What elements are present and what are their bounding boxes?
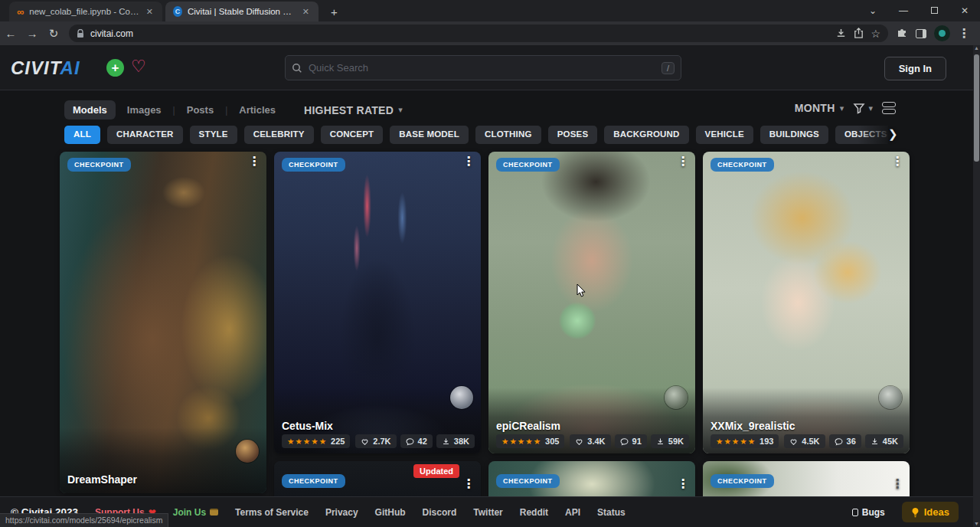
chip-concept[interactable]: CONCEPT <box>321 126 384 144</box>
bugs-button[interactable]: Bugs <box>852 507 885 518</box>
chip-all[interactable]: ALL <box>64 126 100 144</box>
side-panel-icon[interactable] <box>916 29 926 38</box>
browser-toolbar: ← → ↻ civitai.com ☆ ⋮ <box>0 21 980 45</box>
reload-icon[interactable]: ↻ <box>43 27 64 41</box>
create-plus-icon[interactable]: + <box>106 59 124 77</box>
scroll-up-icon[interactable]: ▲ <box>973 45 980 51</box>
card-menu-icon[interactable]: ⋮ <box>462 155 475 168</box>
chip-celebrity[interactable]: CELEBRITY <box>244 126 314 144</box>
tab-posts[interactable]: Posts <box>178 100 222 119</box>
content-nav: Models Images | Posts | Articles HIGHEST… <box>64 100 403 119</box>
creator-avatar[interactable] <box>450 386 473 409</box>
chip-poses[interactable]: POSES <box>548 126 598 144</box>
tab-models[interactable]: Models <box>64 100 116 119</box>
star-rating-icons: ★★★★★ <box>716 437 756 446</box>
tab-close-icon[interactable]: ✕ <box>301 7 311 17</box>
model-card-xxmix9realistic[interactable]: CHECKPOINT ⋮ XXMix_9realistic ★★★★★ 193 … <box>703 152 910 453</box>
stat-group: 4.5K 36 45K <box>784 434 903 448</box>
bugs-label: Bugs <box>862 507 885 518</box>
filter-funnel-icon[interactable]: ▾ <box>853 103 873 114</box>
model-card-cetus-mix[interactable]: CHECKPOINT ⋮ Cetus-Mix ★★★★★ 225 2.7K 42 <box>274 152 481 453</box>
civitai-logo[interactable]: CIVITAI <box>11 57 80 79</box>
footer-link-twitter[interactable]: Twitter <box>473 507 502 518</box>
browser-tab-colab[interactable]: ∞ new_colab_file.ipynb - Colaborat ✕ <box>9 2 162 21</box>
footer-link-status[interactable]: Status <box>597 507 626 518</box>
card-menu-icon[interactable]: ⋮ <box>891 155 903 168</box>
sort-dropdown[interactable]: HIGHEST RATED ▾ <box>304 104 403 116</box>
chip-character[interactable]: CHARACTER <box>107 126 183 144</box>
quick-search-bar[interactable]: / <box>285 55 681 80</box>
footer-link-github[interactable]: GitHub <box>375 507 406 518</box>
model-card-dreamshaper[interactable]: CHECKPOINT ⋮ DreamShaper <box>60 152 266 493</box>
page-scrollbar[interactable]: ▲ ▼ <box>973 45 980 527</box>
browser-menu-icon[interactable]: ⋮ <box>958 26 970 41</box>
new-tab-button[interactable]: + <box>326 5 342 21</box>
share-icon[interactable] <box>853 28 864 39</box>
creator-avatar[interactable] <box>879 386 902 409</box>
tab-search-icon[interactable]: ⌄ <box>858 5 888 16</box>
ideas-button[interactable]: Ideas <box>902 502 959 522</box>
browser-tab-civitai[interactable]: C Civitai | Stable Diffusion models, ✕ <box>165 2 318 21</box>
chip-buildings[interactable]: BUILDINGS <box>760 126 828 144</box>
address-bar[interactable]: civitai.com ☆ <box>69 25 888 42</box>
card-menu-icon[interactable]: ⋮ <box>462 478 475 490</box>
footer-link-discord[interactable]: Discord <box>423 507 457 518</box>
model-title: Cetus-Mix <box>282 420 333 432</box>
card-menu-icon[interactable]: ⋮ <box>891 478 903 490</box>
creator-avatar[interactable] <box>236 440 259 463</box>
footer-link-reddit[interactable]: Reddit <box>520 507 548 518</box>
extensions-puzzle-icon[interactable] <box>896 26 908 41</box>
logo-text-ai: AI <box>60 57 80 78</box>
browser-profile-avatar[interactable] <box>934 25 950 41</box>
model-card-epicrealism[interactable]: CHECKPOINT ⋮ epiCRealism ★★★★★ 305 3.4K … <box>488 152 695 453</box>
window-close-button[interactable]: ✕ <box>949 5 980 16</box>
model-type-badge: CHECKPOINT <box>710 158 774 172</box>
scroll-down-icon[interactable]: ▼ <box>973 521 980 526</box>
sign-in-button[interactable]: Sign In <box>884 57 946 80</box>
scrollbar-thumb[interactable] <box>974 54 979 162</box>
model-type-badge: CHECKPOINT <box>282 474 345 488</box>
heart-icon <box>789 437 798 446</box>
chip-vehicle[interactable]: VEHICLE <box>696 126 753 144</box>
tab-images[interactable]: Images <box>119 100 170 119</box>
tab-title: Civitai | Stable Diffusion models, <box>188 7 296 16</box>
chevron-down-icon: ▾ <box>398 105 403 115</box>
comment-icon <box>835 437 843 446</box>
chip-base-model[interactable]: BASE MODEL <box>390 126 469 144</box>
card-menu-icon[interactable]: ⋮ <box>677 478 689 490</box>
window-minimize-button[interactable]: — <box>888 5 919 16</box>
search-input[interactable] <box>309 62 662 74</box>
model-stats: ★★★★★ 193 4.5K 36 45K <box>710 434 903 448</box>
tab-close-icon[interactable]: ✕ <box>145 7 155 17</box>
filter-controls: MONTH ▾ ▾ <box>795 102 896 114</box>
footer-link-terms[interactable]: Terms of Service <box>235 507 309 518</box>
rating-pill: ★★★★★ 305 <box>496 434 564 448</box>
browser-tabstrip: ∞ new_colab_file.ipynb - Colaborat ✕ C C… <box>0 0 980 21</box>
period-dropdown[interactable]: MONTH ▾ <box>795 102 844 114</box>
chip-style[interactable]: STYLE <box>190 126 237 144</box>
chevron-down-icon: ▾ <box>840 103 844 113</box>
chips-scroll-right-icon[interactable]: ❯ <box>888 127 898 141</box>
card-menu-icon[interactable]: ⋮ <box>677 155 689 168</box>
downloads-count: 45K <box>883 437 898 446</box>
download-icon[interactable] <box>835 28 847 39</box>
back-icon[interactable]: ← <box>0 27 21 40</box>
heart-icon <box>575 437 583 446</box>
chip-clothing[interactable]: CLOTHING <box>475 126 541 144</box>
rating-pill: ★★★★★ 193 <box>710 434 779 448</box>
footer-link-privacy[interactable]: Privacy <box>325 507 358 518</box>
favorites-heart-icon[interactable]: ♡ <box>131 58 146 75</box>
card-menu-icon[interactable]: ⋮ <box>248 155 260 168</box>
creator-avatar[interactable] <box>665 386 688 409</box>
window-maximize-button[interactable] <box>919 5 949 16</box>
bookmark-star-icon[interactable]: ☆ <box>871 28 880 40</box>
footer-link-join-us[interactable]: Join Us <box>173 507 218 518</box>
footer-link-api[interactable]: API <box>565 507 580 518</box>
layout-toggle-icon[interactable] <box>882 102 896 114</box>
download-icon <box>871 437 879 446</box>
tab-articles[interactable]: Articles <box>230 100 284 119</box>
model-stats: ★★★★★ 305 3.4K 91 59K <box>496 434 689 448</box>
chip-background[interactable]: BACKGROUND <box>604 126 688 144</box>
forward-icon[interactable]: → <box>21 27 43 40</box>
search-icon <box>292 63 302 74</box>
